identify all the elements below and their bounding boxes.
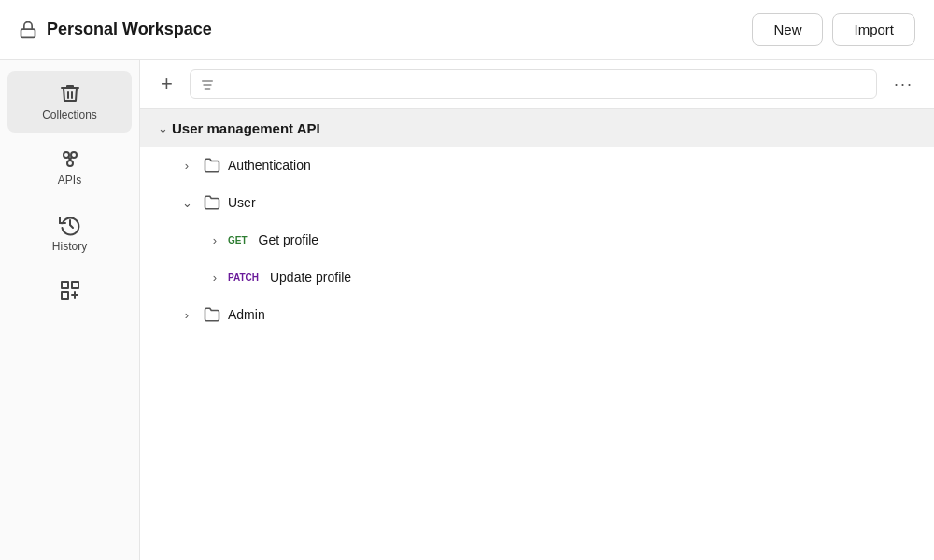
svg-rect-8 xyxy=(62,292,68,299)
folder-admin[interactable]: › Admin xyxy=(140,296,934,333)
folder-icon xyxy=(204,157,220,175)
collection-name: User management API xyxy=(172,120,320,136)
more-options-button[interactable]: ··· xyxy=(886,71,921,98)
update-profile-label: Update profile xyxy=(270,270,351,285)
main-layout: Collections APIs xyxy=(0,60,934,560)
collection-row[interactable]: ⌄ User management API xyxy=(140,109,934,147)
collection-tree: ⌄ User management API › Authentication ⌄ xyxy=(140,109,934,560)
endpoint-get-profile[interactable]: › GET Get profile xyxy=(140,221,934,259)
content-area: + ··· ⌄ User management API xyxy=(140,60,934,560)
get-badge: GET xyxy=(224,234,251,246)
svg-rect-0 xyxy=(21,29,35,37)
svg-rect-6 xyxy=(62,282,68,288)
sidebar: Collections APIs xyxy=(0,60,140,560)
get-profile-chevron: › xyxy=(205,231,224,249)
history-icon xyxy=(59,213,81,235)
add-workspace-icon xyxy=(59,279,81,301)
header-left: Personal Workspace xyxy=(19,20,212,39)
apis-label: APIs xyxy=(58,174,81,187)
collections-label: Collections xyxy=(42,108,97,121)
sidebar-item-history[interactable]: History xyxy=(7,202,132,263)
authentication-label: Authentication xyxy=(228,158,311,173)
sidebar-item-apis[interactable]: APIs xyxy=(7,136,132,198)
endpoint-update-profile[interactable]: › PATCH Update profile xyxy=(140,259,934,296)
update-profile-chevron: › xyxy=(205,268,224,287)
header-actions: New Import xyxy=(752,13,915,46)
authentication-chevron: › xyxy=(177,156,196,175)
svg-rect-7 xyxy=(72,282,78,288)
sidebar-item-collections[interactable]: Collections xyxy=(7,71,132,133)
folder-icon xyxy=(204,306,220,324)
lock-icon xyxy=(19,20,37,39)
filter-icon xyxy=(200,76,215,92)
folder-user[interactable]: ⌄ User xyxy=(140,184,934,221)
admin-label: Admin xyxy=(228,307,265,322)
user-label: User xyxy=(228,195,256,210)
folder-authentication[interactable]: › Authentication xyxy=(140,147,934,184)
search-bar[interactable] xyxy=(190,69,877,99)
patch-badge: PATCH xyxy=(224,272,262,284)
admin-chevron: › xyxy=(177,305,196,324)
workspace-title: Personal Workspace xyxy=(47,20,212,39)
svg-line-5 xyxy=(70,157,72,161)
collections-icon xyxy=(59,82,81,105)
new-button[interactable]: New xyxy=(752,13,823,46)
get-profile-label: Get profile xyxy=(259,232,319,247)
user-chevron: ⌄ xyxy=(177,193,196,212)
header: Personal Workspace New Import xyxy=(0,0,934,60)
sidebar-item-add-workspace[interactable] xyxy=(7,268,132,316)
history-label: History xyxy=(52,240,87,253)
folder-icon xyxy=(204,194,220,212)
toolbar: + ··· xyxy=(140,60,934,109)
collection-chevron: ⌄ xyxy=(153,119,172,137)
add-collection-button[interactable]: + xyxy=(153,70,180,98)
apis-icon xyxy=(59,147,81,170)
import-button[interactable]: Import xyxy=(832,13,915,46)
